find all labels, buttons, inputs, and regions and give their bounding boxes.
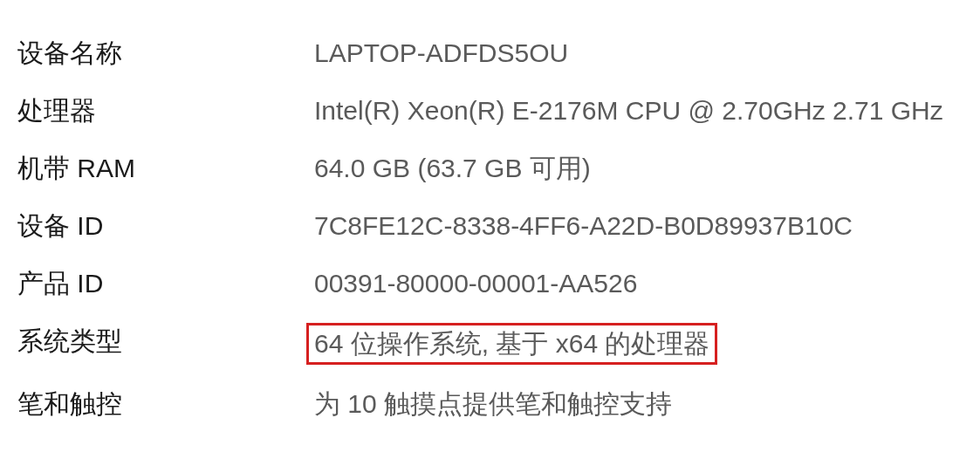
label-system-type: 系统类型 (17, 323, 314, 360)
value-pen-touch: 为 10 触摸点提供笔和触控支持 (314, 386, 672, 422)
value-system-type-wrapper: 64 位操作系统, 基于 x64 的处理器 (314, 323, 717, 365)
value-system-type: 64 位操作系统, 基于 x64 的处理器 (306, 323, 717, 365)
spec-row-device-id: 设备 ID 7C8FE12C-8338-4FF6-A22D-B0D89937B1… (17, 208, 963, 244)
label-processor: 处理器 (17, 92, 314, 129)
value-installed-ram: 64.0 GB (63.7 GB 可用) (314, 150, 591, 187)
label-pen-touch: 笔和触控 (17, 386, 314, 422)
value-device-name: LAPTOP-ADFDS5OU (314, 35, 568, 72)
spec-row-system-type: 系统类型 64 位操作系统, 基于 x64 的处理器 (17, 323, 963, 365)
label-installed-ram: 机带 RAM (17, 150, 314, 187)
spec-row-installed-ram: 机带 RAM 64.0 GB (63.7 GB 可用) (17, 150, 963, 187)
value-product-id: 00391-80000-00001-AA526 (314, 265, 637, 302)
spec-row-product-id: 产品 ID 00391-80000-00001-AA526 (17, 265, 963, 302)
value-processor: Intel(R) Xeon(R) E-2176M CPU @ 2.70GHz 2… (314, 92, 943, 129)
label-product-id: 产品 ID (17, 265, 314, 302)
label-device-id: 设备 ID (17, 208, 314, 244)
spec-row-pen-touch: 笔和触控 为 10 触摸点提供笔和触控支持 (17, 386, 963, 422)
label-device-name: 设备名称 (17, 35, 314, 72)
spec-row-processor: 处理器 Intel(R) Xeon(R) E-2176M CPU @ 2.70G… (17, 92, 963, 129)
spec-row-device-name: 设备名称 LAPTOP-ADFDS5OU (17, 35, 963, 72)
value-device-id: 7C8FE12C-8338-4FF6-A22D-B0D89937B10C (314, 208, 853, 244)
